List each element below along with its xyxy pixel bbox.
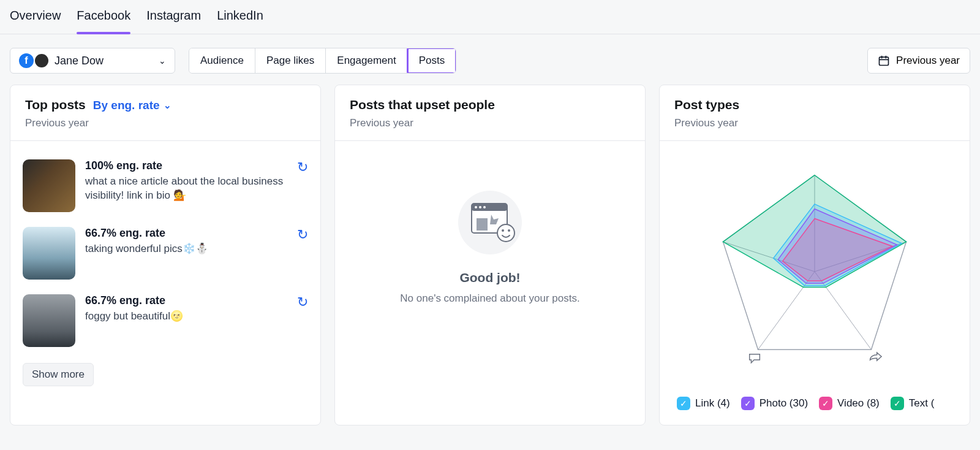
post-eng-rate: 66.7% eng. rate	[85, 227, 287, 240]
top-posts-subtitle: Previous year	[25, 117, 306, 129]
svg-point-5	[479, 206, 481, 208]
legend-label: Link (4)	[695, 397, 730, 410]
legend-item-photo[interactable]: ✓ Photo (30)	[741, 397, 808, 410]
checkbox-icon: ✓	[677, 397, 690, 410]
section-tabs: Audience Page likes Engagement Posts	[189, 48, 456, 74]
list-item[interactable]: 66.7% eng. rate taking wonderful pics❄️⛄…	[23, 219, 308, 287]
post-thumbnail	[23, 227, 75, 280]
top-posts-sort[interactable]: By eng. rate ⌄	[93, 99, 172, 112]
list-item[interactable]: 66.7% eng. rate foggy but beautiful🌝 ↻	[23, 287, 308, 354]
top-posts-title: Top posts	[25, 97, 86, 112]
top-posts-sort-label: By eng. rate	[93, 99, 160, 112]
svg-point-6	[483, 206, 486, 208]
tab-overview[interactable]: Overview	[10, 9, 61, 34]
legend-item-video[interactable]: ✓ Video (8)	[819, 397, 880, 410]
post-types-card: Post types Previous year ✓ Link (4) ✓ Ph…	[659, 85, 970, 425]
seg-engagement[interactable]: Engagement	[326, 48, 407, 73]
svg-point-4	[475, 206, 477, 208]
legend-item-link[interactable]: ✓ Link (4)	[677, 397, 730, 410]
chart-legend: ✓ Link (4) ✓ Photo (30) ✓ Video (8) ✓ Te…	[672, 389, 957, 410]
legend-item-text[interactable]: ✓ Text (	[891, 397, 935, 410]
legend-label: Video (8)	[837, 397, 880, 410]
calendar-icon	[878, 55, 890, 67]
svg-point-8	[497, 224, 514, 242]
seg-page-likes[interactable]: Page likes	[255, 48, 326, 73]
post-text: foggy but beautiful🌝	[85, 310, 287, 324]
chevron-down-icon: ⌄	[159, 56, 166, 66]
checkbox-icon: ✓	[819, 397, 832, 410]
date-range-label: Previous year	[896, 55, 960, 67]
tab-linkedin[interactable]: LinkedIn	[217, 9, 263, 34]
upset-title: Posts that upset people	[350, 97, 495, 112]
empty-state-title: Good job!	[360, 270, 620, 285]
refresh-icon[interactable]: ↻	[297, 294, 308, 310]
top-posts-card: Top posts By eng. rate ⌄ Previous year 1…	[10, 85, 321, 425]
show-more-button[interactable]: Show more	[23, 363, 94, 386]
post-thumbnail	[23, 159, 75, 212]
upset-subtitle: Previous year	[350, 117, 630, 129]
seg-posts[interactable]: Posts	[408, 48, 456, 73]
post-eng-rate: 66.7% eng. rate	[85, 294, 287, 307]
top-nav: Overview Facebook Instagram LinkedIn	[0, 0, 980, 34]
refresh-icon[interactable]: ↻	[297, 159, 308, 175]
post-types-title: Post types	[674, 97, 739, 112]
svg-rect-7	[477, 218, 488, 231]
svg-rect-0	[880, 57, 889, 65]
upset-posts-card: Posts that upset people Previous year Go…	[334, 85, 646, 425]
legend-label: Text (	[909, 397, 935, 410]
svg-point-10	[508, 229, 510, 232]
post-types-radar-chart	[674, 158, 955, 385]
seg-audience[interactable]: Audience	[189, 48, 255, 73]
account-selector[interactable]: f Jane Dow ⌄	[10, 48, 175, 74]
tab-instagram[interactable]: Instagram	[146, 9, 201, 34]
legend-label: Photo (30)	[760, 397, 808, 410]
empty-state-illustration	[453, 189, 527, 256]
toolbar: f Jane Dow ⌄ Audience Page likes Engagem…	[0, 34, 980, 85]
facebook-icon: f	[19, 53, 34, 68]
checkbox-icon: ✓	[891, 397, 904, 410]
chevron-down-icon: ⌄	[164, 100, 172, 111]
post-thumbnail	[23, 294, 75, 347]
post-text: taking wonderful pics❄️⛄	[85, 242, 287, 256]
empty-state-subtitle: No one's complained about your posts.	[360, 292, 620, 305]
account-name: Jane Dow	[55, 55, 153, 67]
date-range-button[interactable]: Previous year	[867, 48, 970, 74]
checkbox-icon: ✓	[741, 397, 755, 410]
avatar	[35, 54, 48, 67]
post-text: what a nice article about the local busi…	[85, 175, 287, 203]
post-types-subtitle: Previous year	[674, 117, 955, 129]
list-item[interactable]: 100% eng. rate what a nice article about…	[23, 152, 308, 219]
post-eng-rate: 100% eng. rate	[85, 159, 287, 172]
tab-facebook[interactable]: Facebook	[77, 9, 130, 34]
svg-point-9	[502, 229, 504, 232]
refresh-icon[interactable]: ↻	[297, 227, 308, 243]
